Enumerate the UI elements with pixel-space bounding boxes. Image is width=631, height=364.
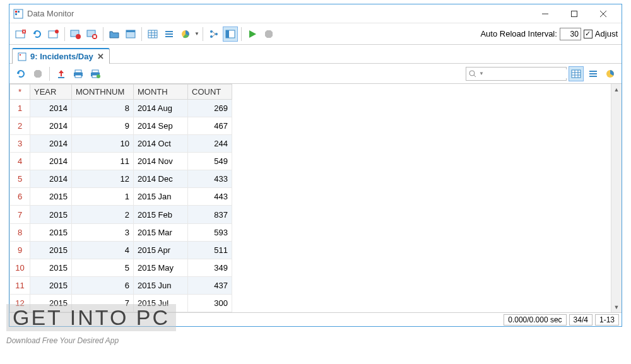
- tree-button[interactable]: [206, 26, 221, 42]
- table-row[interactable]: 1201482014 Aug269: [10, 100, 232, 117]
- cell-monthnum: 9: [72, 117, 134, 135]
- detail-view-button[interactable]: [586, 66, 601, 81]
- cell-monthnum: 2: [72, 206, 134, 223]
- vertical-scrollbar[interactable]: ▲ ▼: [611, 84, 622, 312]
- tab-incidents[interactable]: 9: Incidents/Day ✕: [12, 48, 110, 64]
- toolbar-separator: [203, 27, 203, 41]
- grid-view-button[interactable]: [569, 66, 584, 81]
- chart-button[interactable]: [178, 26, 193, 42]
- cell-count: 349: [188, 259, 232, 276]
- minimize-button[interactable]: [531, 4, 560, 23]
- cell-month: 2014 Nov: [134, 153, 188, 170]
- scroll-up-icon[interactable]: ▲: [611, 84, 622, 95]
- maximize-button[interactable]: [560, 4, 589, 23]
- svg-rect-40: [18, 53, 26, 61]
- svg-rect-2: [18, 11, 20, 13]
- watermark-subtitle: Download Free Your Desired App: [6, 336, 176, 345]
- chart-view-button[interactable]: [603, 66, 618, 81]
- svg-point-14: [55, 30, 59, 33]
- svg-point-32: [210, 35, 213, 38]
- stop-tab-button[interactable]: [30, 66, 45, 81]
- cell-year: 2015: [30, 188, 72, 206]
- table-row[interactable]: 52014122014 Dec433: [10, 170, 232, 188]
- record-start-button[interactable]: [68, 26, 83, 42]
- table-row[interactable]: 9201542015 Apr511: [10, 241, 232, 259]
- tab-toolbar: ▼: [9, 64, 622, 84]
- data-grid-container: * YEAR MONTHNUM MONTH COUNT 1201482014 A…: [9, 84, 622, 312]
- svg-rect-1: [15, 11, 17, 13]
- main-toolbar: ▼ Auto Reload Interval: ✓ Adjust: [9, 23, 622, 45]
- print-button[interactable]: [71, 66, 86, 81]
- close-button[interactable]: [589, 4, 618, 23]
- refresh-button[interactable]: [30, 26, 45, 42]
- cell-month: 2015 Apr: [134, 241, 188, 259]
- app-icon: [13, 9, 23, 19]
- svg-point-53: [469, 71, 475, 76]
- cell-count: 467: [188, 117, 232, 135]
- cell-year: 2015: [30, 223, 72, 241]
- reload-interval-input[interactable]: [560, 28, 581, 40]
- close-tab-button[interactable]: [13, 26, 28, 42]
- list-view-button[interactable]: [162, 26, 177, 42]
- table-row[interactable]: 10201552015 May349: [10, 259, 232, 276]
- header-count[interactable]: COUNT: [188, 85, 232, 100]
- row-number: 11: [10, 276, 30, 294]
- svg-marker-39: [265, 30, 273, 38]
- open-button[interactable]: [107, 26, 122, 42]
- cell-year: 2015: [30, 206, 72, 223]
- table-row[interactable]: 42014112014 Nov549: [10, 153, 232, 170]
- tab-icon: [18, 52, 27, 61]
- svg-rect-49: [92, 70, 98, 73]
- cell-monthnum: 10: [72, 135, 134, 153]
- play-button[interactable]: [245, 26, 260, 42]
- table-row[interactable]: 11201562015 Jun437: [10, 276, 232, 294]
- cell-month: 2015 Mar: [134, 223, 188, 241]
- toolbar-separator: [141, 27, 142, 41]
- cell-count: 437: [188, 276, 232, 294]
- cell-year: 2014: [30, 100, 72, 117]
- cell-year: 2015: [30, 259, 72, 276]
- cell-count: 837: [188, 206, 232, 223]
- adjust-label: Adjust: [595, 29, 618, 38]
- cell-month: 2015 Jan: [134, 188, 188, 206]
- svg-rect-3: [15, 13, 17, 15]
- header-year[interactable]: YEAR: [30, 85, 72, 100]
- row-number: 2: [10, 117, 30, 135]
- window-button[interactable]: [123, 26, 138, 42]
- new-monitor-button[interactable]: [46, 26, 61, 42]
- export-button[interactable]: [54, 66, 69, 81]
- data-grid[interactable]: * YEAR MONTHNUM MONTH COUNT 1201482014 A…: [9, 84, 232, 312]
- adjust-checkbox[interactable]: ✓: [584, 30, 593, 38]
- header-month[interactable]: MONTH: [134, 85, 188, 100]
- svg-rect-19: [93, 35, 96, 38]
- table-row[interactable]: 7201522015 Feb837: [10, 206, 232, 223]
- search-box[interactable]: ▼: [466, 67, 567, 81]
- row-number: 1: [10, 100, 30, 117]
- svg-line-54: [474, 75, 476, 77]
- window-title: Data Monitor: [27, 9, 531, 18]
- svg-rect-37: [226, 30, 229, 38]
- search-input[interactable]: [487, 69, 581, 78]
- header-rownum[interactable]: *: [10, 85, 30, 100]
- reload-tab-button[interactable]: [13, 66, 28, 81]
- table-row[interactable]: 6201512015 Jan443: [10, 188, 232, 206]
- cell-month: 2015 Feb: [134, 206, 188, 223]
- print-preview-button[interactable]: [88, 66, 103, 81]
- stop-button[interactable]: [261, 26, 276, 42]
- cell-monthnum: 5: [72, 259, 134, 276]
- chart-dropdown-icon[interactable]: ▼: [194, 31, 199, 37]
- table-view-button[interactable]: [145, 26, 160, 42]
- reload-interval-label: Auto Reload Interval:: [480, 29, 557, 38]
- table-row[interactable]: 8201532015 Mar593: [10, 223, 232, 241]
- table-row[interactable]: 32014102014 Oct244: [10, 135, 232, 153]
- tab-close-button[interactable]: ✕: [97, 52, 104, 61]
- cell-count: 593: [188, 223, 232, 241]
- scroll-down-icon[interactable]: ▼: [611, 302, 622, 312]
- search-dropdown-icon[interactable]: ▼: [479, 71, 484, 76]
- layout-button[interactable]: [223, 26, 238, 42]
- table-row[interactable]: 2201492014 Sep467: [10, 117, 232, 135]
- record-stop-button[interactable]: [85, 26, 100, 42]
- cell-year: 2014: [30, 135, 72, 153]
- svg-point-31: [210, 30, 213, 33]
- header-monthnum[interactable]: MONTHNUM: [72, 85, 134, 100]
